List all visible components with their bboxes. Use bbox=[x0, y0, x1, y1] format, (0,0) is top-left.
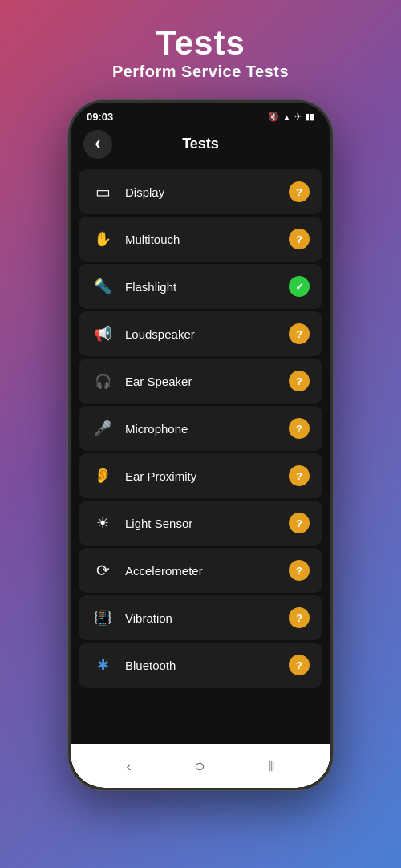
status-bar: 09:03 🔇 ▲ ✈ ▮▮ bbox=[71, 103, 330, 128]
status-badge-flashlight bbox=[289, 276, 310, 297]
test-item-loudspeaker[interactable]: Loudspeaker bbox=[79, 311, 322, 356]
status-badge-bluetooth bbox=[289, 655, 310, 675]
vibration-icon bbox=[91, 606, 114, 629]
test-item-display[interactable]: Display bbox=[79, 169, 322, 214]
light-icon bbox=[91, 512, 114, 534]
mute-icon: 🔇 bbox=[268, 112, 279, 122]
speaker-icon bbox=[91, 322, 114, 345]
test-label-ear-proximity: Ear Proximity bbox=[125, 469, 289, 483]
app-bar-title: Tests bbox=[182, 136, 219, 152]
test-label-flashlight: Flashlight bbox=[125, 280, 289, 294]
page-title: Tests bbox=[112, 24, 289, 63]
nav-home-button[interactable]: ○ bbox=[188, 749, 211, 783]
test-label-multitouch: Multitouch bbox=[125, 233, 289, 246]
test-item-bluetooth[interactable]: Bluetooth bbox=[79, 643, 322, 688]
display-icon bbox=[91, 180, 114, 203]
status-icons: 🔇 ▲ ✈ ▮▮ bbox=[268, 112, 314, 122]
test-item-microphone[interactable]: Microphone bbox=[79, 406, 322, 451]
nav-back-button[interactable]: ‹ bbox=[119, 752, 137, 781]
bottom-nav: ‹ ○ ⦀ bbox=[71, 744, 330, 788]
status-badge-accelerometer bbox=[289, 560, 310, 581]
back-button[interactable] bbox=[83, 130, 112, 159]
page-subtitle: Perform Service Tests bbox=[112, 63, 289, 81]
proximity-icon bbox=[91, 464, 114, 487]
test-label-accelerometer: Accelerometer bbox=[125, 564, 289, 578]
test-item-accelerometer[interactable]: Accelerometer bbox=[79, 548, 322, 593]
accel-icon bbox=[91, 559, 114, 582]
bluetooth-icon bbox=[91, 654, 114, 676]
status-badge-vibration bbox=[289, 607, 310, 628]
test-item-ear-proximity[interactable]: Ear Proximity bbox=[79, 453, 322, 498]
battery-icon: ▮▮ bbox=[305, 112, 314, 122]
status-badge-loudspeaker bbox=[289, 323, 310, 344]
test-item-light-sensor[interactable]: Light Sensor bbox=[79, 501, 322, 546]
status-badge-ear-proximity bbox=[289, 465, 310, 486]
flash-icon bbox=[91, 275, 114, 298]
nav-recents-button[interactable]: ⦀ bbox=[262, 752, 282, 781]
test-label-microphone: Microphone bbox=[125, 422, 289, 436]
status-badge-microphone bbox=[289, 418, 310, 439]
app-bar: Tests bbox=[71, 128, 330, 160]
test-item-ear-speaker[interactable]: Ear Speaker bbox=[79, 359, 322, 404]
touch-icon bbox=[91, 228, 114, 250]
test-item-multitouch[interactable]: Multitouch bbox=[79, 217, 322, 262]
test-label-ear-speaker: Ear Speaker bbox=[125, 375, 289, 388]
signal-icon: ✈ bbox=[294, 112, 302, 122]
status-badge-display bbox=[289, 181, 310, 202]
status-badge-light-sensor bbox=[289, 513, 310, 533]
status-time: 09:03 bbox=[87, 111, 113, 123]
test-label-display: Display bbox=[125, 185, 289, 199]
mic-icon bbox=[91, 417, 114, 440]
status-badge-multitouch bbox=[289, 229, 310, 249]
test-label-vibration: Vibration bbox=[125, 611, 289, 625]
test-label-light-sensor: Light Sensor bbox=[125, 517, 289, 530]
earspeaker-icon bbox=[91, 370, 114, 392]
test-list: Display Multitouch Flashlight Loudspeake… bbox=[71, 160, 330, 744]
test-item-vibration[interactable]: Vibration bbox=[79, 595, 322, 640]
page-header: Tests Perform Service Tests bbox=[112, 24, 289, 81]
test-item-flashlight[interactable]: Flashlight bbox=[79, 264, 322, 309]
status-badge-ear-speaker bbox=[289, 371, 310, 391]
test-label-loudspeaker: Loudspeaker bbox=[125, 327, 289, 341]
phone-frame: 09:03 🔇 ▲ ✈ ▮▮ Tests Display Multitouch bbox=[68, 100, 333, 790]
test-label-bluetooth: Bluetooth bbox=[125, 659, 289, 672]
phone-screen: 09:03 🔇 ▲ ✈ ▮▮ Tests Display Multitouch bbox=[71, 103, 330, 788]
wifi-icon: ▲ bbox=[282, 112, 291, 122]
